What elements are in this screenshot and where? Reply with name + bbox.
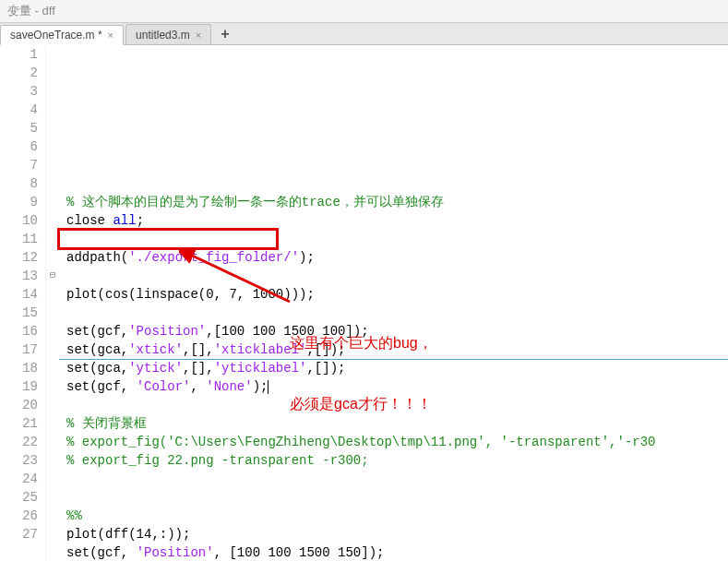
code-token: 'yticklabel' — [214, 361, 307, 376]
code-token: './export_fig_folder/' — [128, 250, 299, 265]
line-number: 13 — [0, 267, 38, 285]
fold-spacer — [46, 101, 59, 119]
fold-spacer — [46, 396, 59, 414]
line-number: 24 — [0, 470, 38, 488]
code-line[interactable] — [66, 267, 728, 285]
code-token: %% — [66, 508, 82, 523]
code-token: plot(dff(14,:)); — [66, 527, 190, 542]
tab-saveonetrace[interactable]: saveOneTrace.m * × — [0, 25, 124, 45]
line-number: 6 — [0, 137, 38, 156]
fold-spacer — [46, 82, 59, 101]
fold-spacer — [46, 156, 59, 174]
line-number: 14 — [0, 285, 38, 304]
line-number: 16 — [0, 322, 38, 340]
line-number: 17 — [0, 340, 38, 359]
code-token: all — [113, 213, 136, 228]
code-line[interactable]: %% — [66, 507, 728, 525]
code-token: 'Position' — [137, 545, 214, 560]
line-number: 22 — [0, 433, 38, 451]
code-line[interactable]: set(gcf, 'Color', 'None'); — [66, 377, 728, 396]
fold-spacer — [46, 322, 59, 340]
code-token: % export_fig('C:\Users\FengZhiheng\Deskt… — [66, 435, 656, 449]
line-number: 15 — [0, 304, 38, 322]
fold-spacer — [46, 45, 59, 64]
code-line[interactable]: addpath('./export_fig_folder/'); — [66, 248, 728, 267]
line-number: 27 — [0, 525, 38, 543]
code-token: ,[], — [183, 342, 214, 357]
code-line[interactable] — [66, 230, 728, 248]
code-token: 'None' — [206, 379, 252, 394]
line-number: 3 — [0, 82, 38, 101]
code-token: 'ytick' — [128, 361, 183, 376]
tab-label: untitled3.m — [136, 29, 190, 42]
code-line[interactable]: set(gcf, 'Position', [100 100 1500 150])… — [66, 543, 728, 561]
line-number: 8 — [0, 174, 38, 193]
line-number: 1 — [0, 45, 38, 64]
code-token: ,[], — [183, 361, 214, 376]
fold-spacer — [46, 451, 59, 470]
fold-spacer — [46, 433, 59, 451]
fold-spacer — [46, 193, 59, 211]
code-line[interactable]: set(gcf,'Position',[100 100 1500 100]); — [66, 322, 728, 340]
code-line[interactable]: set(gca,'ytick',[],'yticklabel',[]); — [66, 359, 728, 377]
fold-spacer — [46, 470, 59, 488]
tab-bar: saveOneTrace.m * × untitled3.m × + — [0, 23, 728, 45]
code-editor[interactable]: 1234567891011121314151617181920212223242… — [0, 45, 728, 561]
line-number: 10 — [0, 211, 38, 230]
fold-column: ⊟ — [46, 45, 59, 561]
code-token: % 关闭背景框 — [66, 416, 147, 431]
close-icon[interactable]: × — [108, 30, 113, 41]
code-token: ,[]); — [306, 342, 345, 357]
fold-spacer — [46, 507, 59, 525]
code-token: close — [66, 213, 113, 228]
code-token: % 这个脚本的目的是为了绘制一条一条的trace，并可以单独保存 — [66, 195, 444, 209]
close-icon[interactable]: × — [196, 30, 201, 41]
code-token: set(gca, — [66, 361, 128, 376]
code-line[interactable]: % export_fig 22.png -transparent -r300; — [66, 451, 728, 470]
code-token: addpath( — [66, 250, 128, 265]
fold-spacer — [46, 64, 59, 82]
fold-spacer — [46, 119, 59, 137]
code-line[interactable]: plot(dff(14,:)); — [66, 525, 728, 543]
code-line[interactable]: % export_fig('C:\Users\FengZhiheng\Deskt… — [66, 433, 728, 451]
code-line[interactable]: plot(cos(linspace(0, 7, 1000))); — [66, 285, 728, 304]
fold-spacer — [46, 137, 59, 156]
fold-spacer — [46, 304, 59, 322]
code-area[interactable]: 这里有个巨大的bug， 必须是gca才行！！！ % 这个脚本的目的是为了绘制一条… — [59, 45, 728, 561]
tab-label: saveOneTrace.m * — [10, 29, 102, 42]
code-line[interactable] — [66, 470, 728, 488]
fold-spacer — [46, 377, 59, 396]
window-header: 变量 - dff — [0, 0, 728, 23]
code-line[interactable]: % 这个脚本的目的是为了绘制一条一条的trace，并可以单独保存 — [66, 193, 728, 211]
code-token: , — [190, 379, 206, 394]
line-number: 9 — [0, 193, 38, 211]
code-line[interactable] — [66, 304, 728, 322]
fold-spacer — [46, 174, 59, 193]
line-number: 5 — [0, 119, 38, 137]
line-number: 21 — [0, 414, 38, 433]
code-line[interactable] — [66, 396, 728, 414]
code-line[interactable]: close all; — [66, 211, 728, 230]
code-token: % export_fig 22.png -transparent -r300; — [66, 453, 369, 468]
code-line[interactable] — [66, 488, 728, 507]
code-token: set(gcf, — [66, 545, 137, 560]
line-number: 26 — [0, 507, 38, 525]
fold-spacer — [46, 211, 59, 230]
fold-spacer — [46, 285, 59, 304]
code-token: set(gcf, — [66, 324, 128, 339]
line-number: 19 — [0, 377, 38, 396]
line-number: 25 — [0, 488, 38, 507]
code-line[interactable]: set(gca,'xtick',[],'xticklabel',[]); — [66, 340, 728, 359]
add-tab-button[interactable]: + — [213, 24, 236, 44]
code-token: 'Color' — [137, 379, 191, 394]
code-token: set(gcf, — [66, 379, 137, 394]
code-line[interactable]: % 关闭背景框 — [66, 414, 728, 433]
code-token: ,[100 100 1500 100]); — [206, 324, 368, 339]
fold-toggle-icon[interactable]: ⊟ — [46, 267, 59, 285]
code-token: , [100 100 1500 150]); — [214, 545, 385, 560]
fold-spacer — [46, 340, 59, 359]
tab-untitled3[interactable]: untitled3.m × — [125, 24, 211, 44]
fold-spacer — [46, 414, 59, 433]
line-number: 20 — [0, 396, 38, 414]
line-number: 12 — [0, 248, 38, 267]
